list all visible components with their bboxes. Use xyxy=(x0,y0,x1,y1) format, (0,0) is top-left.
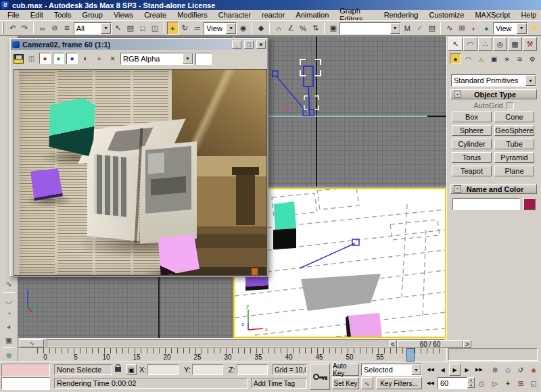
select-and-link-button[interactable]: ∞ xyxy=(37,22,48,34)
menu-maxscript[interactable]: MAXScript xyxy=(470,10,515,20)
green-channel-button[interactable]: ● xyxy=(53,53,64,64)
goto-start-button[interactable]: ◀◀ xyxy=(425,364,436,376)
track-bar-frame-marker[interactable] xyxy=(406,348,415,362)
open-mini-curve-editor-button[interactable]: ∿ xyxy=(20,339,44,347)
category-systems[interactable]: ⚙ xyxy=(527,53,538,64)
selection-filter-dropdown[interactable]: All▼ xyxy=(74,22,112,34)
menu-edit[interactable]: Edit xyxy=(26,10,48,20)
auto-key-button[interactable]: Auto Key xyxy=(332,364,359,376)
named-selection-sets-button[interactable]: ▣ xyxy=(327,22,339,34)
tab-motion[interactable]: ◎ xyxy=(493,37,507,51)
frame-spinner[interactable]: ▲▼ xyxy=(467,377,475,389)
name-color-rollout-header[interactable]: - Name and Color xyxy=(450,184,537,194)
reactor-properties-icon[interactable]: ▣ xyxy=(2,335,16,346)
save-image-button[interactable] xyxy=(14,54,24,64)
clear-button[interactable]: × xyxy=(107,53,118,64)
render-window-titlebar[interactable]: Camera02, frame 60 (1:1) _ □ × xyxy=(11,39,267,50)
redo-button[interactable]: ↷ xyxy=(19,22,30,34)
channel-display-dropdown[interactable]: RGB Alpha▼ xyxy=(120,53,193,65)
x-coordinate-field[interactable] xyxy=(147,364,179,375)
next-frame-arrow[interactable]: > xyxy=(463,340,471,348)
dropdown-arrow-icon[interactable]: ▼ xyxy=(226,23,236,34)
maxscript-listener-white[interactable] xyxy=(1,377,50,390)
dropdown-arrow-icon[interactable]: ▼ xyxy=(183,53,193,64)
field-of-view-icon[interactable]: ▷ xyxy=(489,377,501,389)
key-filters-button[interactable]: Key Filters... xyxy=(376,377,422,389)
set-keys-button[interactable] xyxy=(310,364,330,390)
zoom-extents-icon[interactable]: ◇ xyxy=(502,364,514,376)
menu-group[interactable]: Group xyxy=(77,10,108,20)
menu-customize[interactable]: Customize xyxy=(424,10,469,20)
object-type-rollout-header[interactable]: - Object Type xyxy=(450,89,537,99)
cone-button[interactable]: Cone xyxy=(494,112,534,122)
geosphere-button[interactable]: GeoSphere xyxy=(494,125,534,136)
undo-button[interactable]: ↶ xyxy=(7,22,18,34)
pan-icon[interactable]: + xyxy=(502,377,514,389)
render-scene-button[interactable]: ● xyxy=(481,22,492,34)
toolbar-grip[interactable] xyxy=(2,22,4,34)
menu-help[interactable]: Help xyxy=(516,10,541,20)
collapse-icon[interactable]: - xyxy=(454,185,461,193)
pyramid-button[interactable]: Pyramid xyxy=(494,152,534,163)
category-helpers[interactable]: ∗ xyxy=(501,53,513,64)
snap-toggle-button[interactable]: ∩ xyxy=(273,22,284,34)
select-by-name-button[interactable]: ▤ xyxy=(124,22,136,34)
maximize-button[interactable]: □ xyxy=(244,41,254,49)
plane-button[interactable]: Plane xyxy=(494,166,534,176)
arc-rotate-icon[interactable]: ⊞ xyxy=(515,377,527,389)
tab-utilities[interactable]: ⚒ xyxy=(523,37,537,51)
absolute-offset-toggle[interactable]: ▣ xyxy=(126,364,137,375)
dropdown-arrow-icon[interactable]: ▼ xyxy=(517,23,527,34)
play-button[interactable]: ▶ xyxy=(449,364,461,376)
menu-tools[interactable]: Tools xyxy=(49,10,76,20)
set-key-button[interactable]: Set Key xyxy=(332,377,359,389)
key-filter-dropdown[interactable]: Selected▼ xyxy=(361,364,422,376)
align-button[interactable]: ✓ xyxy=(414,22,425,34)
red-channel-button[interactable]: ● xyxy=(39,53,51,64)
collapse-icon[interactable]: - xyxy=(454,91,461,98)
named-selection-dropdown[interactable]: ▼ xyxy=(339,22,401,34)
menu-modifiers[interactable]: Modifiers xyxy=(172,10,212,20)
window-crossing-button[interactable]: ◫ xyxy=(149,22,160,34)
tab-create[interactable]: ↖ xyxy=(448,37,463,51)
close-button[interactable]: × xyxy=(256,41,266,49)
background-color-swatch[interactable] xyxy=(195,53,212,65)
menu-character[interactable]: Character xyxy=(214,10,256,20)
select-and-scale-button[interactable]: ▱ xyxy=(191,22,203,34)
previous-frame-button[interactable]: ◀ xyxy=(438,364,448,376)
torus-button[interactable]: Torus xyxy=(452,152,492,163)
dropdown-arrow-icon[interactable]: ▼ xyxy=(525,75,536,86)
sphere-button[interactable]: Sphere xyxy=(452,125,492,136)
zoom-icon[interactable]: ⊕ xyxy=(489,364,501,376)
select-and-move-button[interactable]: + xyxy=(167,22,179,34)
unlink-selection-button[interactable]: ⊘ xyxy=(49,22,60,34)
zoom-extents-all-icon[interactable]: ◈ xyxy=(527,364,540,376)
clone-window-button[interactable]: ◫ xyxy=(26,53,37,64)
key-mode-toggle[interactable]: ◀◀ xyxy=(425,377,436,389)
box-button[interactable]: Box xyxy=(452,112,492,122)
maximize-viewport-toggle[interactable]: ◱ xyxy=(527,377,540,389)
render-type-dropdown[interactable]: View▼ xyxy=(493,22,527,34)
menu-animation[interactable]: Animation xyxy=(291,10,333,20)
reactor-toycar-icon[interactable]: ◡ xyxy=(2,295,16,306)
primitive-category-dropdown[interactable]: Standard Primitives▼ xyxy=(451,74,536,87)
angle-snap-button[interactable]: ∠ xyxy=(285,22,297,34)
time-slider-track[interactable]: < 60 / 60 > xyxy=(47,339,444,347)
autogrid-checkbox[interactable] xyxy=(507,102,514,109)
select-object-button[interactable]: ↖ xyxy=(112,22,124,34)
alpha-channel-button[interactable]: ● xyxy=(93,53,105,64)
pivot-point-button[interactable]: ◉ xyxy=(237,22,249,34)
z-coordinate-field[interactable] xyxy=(237,364,268,375)
monochrome-button[interactable]: ◐ xyxy=(80,53,91,64)
time-configuration-button[interactable]: ◷ xyxy=(476,377,487,389)
category-spacewarps[interactable]: ≋ xyxy=(514,53,525,64)
reactor-fracture-icon[interactable]: ◕ xyxy=(2,321,16,333)
tab-modify[interactable]: ◠ xyxy=(463,37,477,51)
layer-manager-button[interactable]: ▤ xyxy=(426,22,438,34)
maxscript-listener-pink[interactable] xyxy=(1,364,50,376)
select-and-manipulate-button[interactable]: ◆ xyxy=(255,22,266,34)
reactor-water-icon[interactable]: ∿ xyxy=(2,278,16,290)
reactor-preview-icon[interactable]: ⊕ xyxy=(2,350,16,362)
menu-views[interactable]: Views xyxy=(109,10,138,20)
menu-reactor[interactable]: reactor xyxy=(257,10,289,20)
